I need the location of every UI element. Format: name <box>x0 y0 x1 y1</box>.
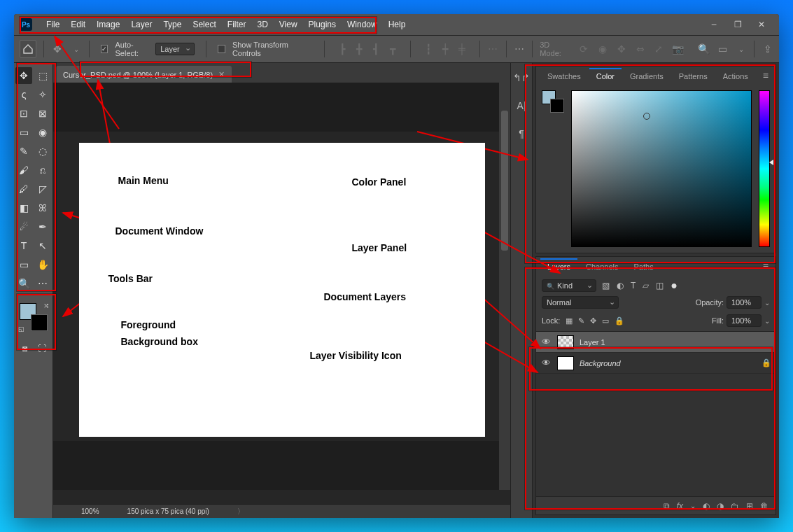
menu-filter[interactable]: Filter <box>222 17 252 32</box>
rect-tool[interactable]: ▭ <box>15 256 32 273</box>
layer-row[interactable]: 👁Background🔒 <box>536 353 776 374</box>
layer-visibility-icon[interactable]: 👁 <box>540 337 552 348</box>
color-panel-fgbg[interactable] <box>542 90 564 113</box>
align-top-icon[interactable]: ┳ <box>386 43 399 55</box>
swap-colors-icon[interactable]: ⤭ <box>43 302 49 309</box>
delete-layer-icon[interactable]: 🗑 <box>760 501 769 511</box>
menu-view[interactable]: View <box>274 17 303 32</box>
overflow-icon[interactable]: ⋯ <box>514 43 526 55</box>
brush-tool[interactable]: 🖌 <box>15 162 32 178</box>
layer-name[interactable]: Background <box>580 359 621 368</box>
dodge-tool[interactable]: ☄ <box>15 218 32 235</box>
menu-help[interactable]: Help <box>383 17 412 32</box>
edit-toolbar-tool[interactable]: ⋯ <box>34 275 51 292</box>
filter-smart-icon[interactable]: ◫ <box>656 281 664 290</box>
layer-row[interactable]: 👁Layer 1 <box>536 332 776 353</box>
path-tool[interactable]: ↖ <box>34 237 51 254</box>
menu-file[interactable]: File <box>41 17 65 32</box>
close-tab-icon[interactable]: ✕ <box>218 70 225 79</box>
status-doc-info[interactable]: 150 pica x 75 pica (40 ppi) <box>127 507 209 515</box>
crop-tool[interactable]: ⊡ <box>15 105 32 122</box>
layer-fx-icon[interactable]: fx <box>677 501 683 511</box>
color-field[interactable] <box>571 90 752 247</box>
layers-tab[interactable]: Layers <box>540 258 577 274</box>
wand-tool[interactable]: ✧ <box>34 86 51 103</box>
link-layers-icon[interactable]: ⧉ <box>664 501 670 511</box>
auto-select-target-select[interactable]: Layer <box>155 43 195 55</box>
restore-button[interactable]: ❐ <box>726 17 750 32</box>
align-center-h-icon[interactable]: ╋ <box>353 43 365 55</box>
menu-layer[interactable]: Layer <box>125 17 157 32</box>
three-d-orbit-icon[interactable]: ⟳ <box>578 43 590 55</box>
adjustment-layer-icon[interactable]: ◑ <box>717 501 724 511</box>
lasso-tool[interactable]: ς <box>15 86 32 103</box>
color-panel-bg-swatch[interactable] <box>550 99 564 113</box>
lock-artboard-icon[interactable]: ▭ <box>602 316 609 326</box>
move-tool[interactable]: ✥ <box>15 67 32 84</box>
slice-tool[interactable]: ⊠ <box>34 105 51 122</box>
three-d-camera-icon[interactable]: 📷 <box>672 43 684 55</box>
filter-shape-icon[interactable]: ▱ <box>643 281 649 290</box>
distribute-h-icon[interactable]: ┇ <box>422 43 435 55</box>
quick-mask-icon[interactable]: ◙ <box>18 342 32 355</box>
show-transform-checkbox[interactable] <box>218 45 225 53</box>
menu-3d[interactable]: 3D <box>251 17 273 32</box>
document-tab[interactable]: Cursor_PSD.psd @ 100% (Layer 1, RGB/8) ✕ <box>56 66 232 83</box>
reset-colors-icon[interactable]: ◱ <box>18 326 24 332</box>
menu-plugins[interactable]: Plugins <box>303 17 342 32</box>
align-left-icon[interactable]: ┣ <box>336 43 349 55</box>
character-panel-icon[interactable]: A| <box>514 98 529 113</box>
artboard-tool[interactable]: ⬚ <box>34 67 51 84</box>
background-color-swatch[interactable] <box>31 314 48 331</box>
filter-type-icon[interactable]: T <box>631 281 636 290</box>
menu-image[interactable]: Image <box>91 17 125 32</box>
menu-window[interactable]: Window <box>342 17 383 32</box>
lock-position-icon[interactable]: ✥ <box>590 316 596 326</box>
close-button[interactable]: ✕ <box>750 17 773 32</box>
menu-edit[interactable]: Edit <box>65 17 91 32</box>
new-layer-icon[interactable]: ⊞ <box>746 501 753 511</box>
gradients-tab[interactable]: Gradients <box>623 68 671 83</box>
patch-tool[interactable]: ◌ <box>34 143 51 160</box>
menu-select[interactable]: Select <box>187 17 221 32</box>
zoom-tool[interactable]: 🔍 <box>15 275 32 292</box>
lock-paint-icon[interactable]: ✎ <box>578 316 584 326</box>
opacity-input[interactable]: 100% <box>727 296 762 309</box>
search-icon[interactable]: 🔍 <box>698 43 710 55</box>
tool-variant-icon[interactable]: ⌄ <box>70 43 82 55</box>
channels-tab[interactable]: Channels <box>579 258 625 274</box>
pen-tool[interactable]: ✒ <box>34 218 51 235</box>
gradient-tool[interactable]: ◧ <box>15 200 32 216</box>
color-panel-menu-icon[interactable]: ≡ <box>760 70 771 81</box>
paths-tab[interactable]: Paths <box>627 258 661 274</box>
layers-panel-menu-icon[interactable]: ≡ <box>760 260 771 272</box>
paragraph-panel-icon[interactable]: ¶ <box>514 126 529 141</box>
vertical-scrollbar[interactable] <box>499 83 510 490</box>
distribute-v-icon[interactable]: ┿ <box>439 43 451 55</box>
foreground-background-swatch[interactable]: ⤭ ◱ <box>18 302 49 332</box>
layer-mask-icon[interactable]: ◐ <box>703 501 710 511</box>
screen-mode-icon[interactable]: ⛶ <box>35 342 49 355</box>
menu-type[interactable]: Type <box>157 17 187 32</box>
history-panel-icon[interactable]: ↰↱ <box>514 70 529 85</box>
lock-all-icon[interactable]: 🔒 <box>615 316 624 326</box>
canvas[interactable]: Main Menu Document Window Tools Bar Fore… <box>79 143 485 437</box>
blur-tool[interactable]: ꕤ <box>34 200 51 216</box>
stamp-tool[interactable]: ⎌ <box>34 162 51 178</box>
frame-tool[interactable]: ▭ <box>15 124 32 141</box>
fill-input[interactable]: 100% <box>727 314 762 327</box>
layer-visibility-icon[interactable]: 👁 <box>540 358 552 369</box>
layer-thumbnail[interactable] <box>557 356 574 370</box>
group-layers-icon[interactable]: 🗀 <box>731 501 739 511</box>
three-d-slide-icon[interactable]: ⇔ <box>634 43 646 55</box>
home-button[interactable] <box>20 40 36 58</box>
three-d-zoom-icon[interactable]: ⤢ <box>653 43 665 55</box>
eyedropper-tool[interactable]: ✎ <box>15 143 32 160</box>
type-tool[interactable]: T <box>15 237 32 254</box>
layer-thumbnail[interactable] <box>557 335 574 349</box>
hue-slider-handle-icon[interactable] <box>769 160 773 165</box>
filter-pixel-icon[interactable]: ▧ <box>602 281 610 290</box>
hand-tool[interactable]: ✋ <box>34 256 51 273</box>
lock-transparency-icon[interactable]: ▦ <box>566 316 573 326</box>
blend-mode-select[interactable]: Normal <box>542 296 619 309</box>
